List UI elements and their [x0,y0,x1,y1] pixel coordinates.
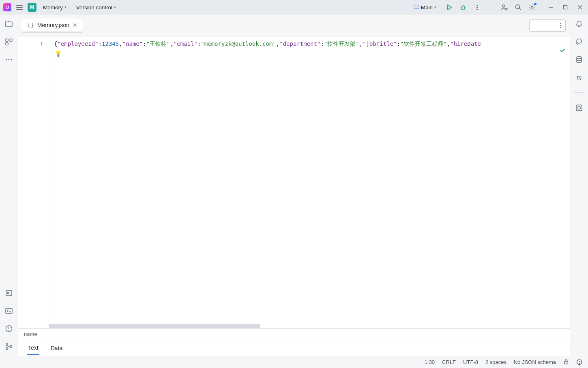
svg-rect-18 [10,39,12,41]
kebab-icon [560,23,561,28]
project-name-label: Memory [43,4,63,11]
breadcrumb-item[interactable]: name [24,331,37,337]
inspection-status-icon[interactable] [576,359,582,365]
line-number: 1 [18,41,43,47]
top-toolbar: IJ M Memory ▾ Version control ▾ Main ▾ [0,0,588,15]
svg-point-37 [579,363,580,364]
intention-bulb-icon[interactable]: 💡 [55,50,62,57]
svg-point-29 [6,348,8,349]
code-coverage-tool-icon[interactable] [575,103,584,112]
svg-rect-17 [6,39,8,41]
maven-tool-icon[interactable]: m [575,73,584,82]
svg-rect-19 [6,43,8,45]
project-menu[interactable]: Memory ▾ [40,3,70,12]
left-tool-sidebar [0,15,18,356]
right-tool-sidebar: m [570,15,588,356]
code-editor[interactable]: 1 {"employeeId":12345,"name":"王铁柱","emai… [18,36,570,328]
run-config-label: Main [421,4,433,11]
svg-point-10 [516,5,520,9]
caret-position[interactable]: 1:30 [425,359,435,365]
more-actions-button[interactable] [473,3,481,11]
editor-tabs-bar: {} Memory.json ✕ [18,15,570,36]
svg-line-6 [465,9,466,10]
collaborate-icon[interactable] [500,3,509,11]
svg-line-5 [461,9,461,10]
status-bar: 1:30 CRLF UTF-8 2 spaces No JSON schema [0,356,588,368]
json-schema-status[interactable]: No JSON schema [514,359,556,365]
svg-point-7 [502,5,505,7]
svg-rect-33 [578,107,580,109]
close-button[interactable] [575,2,585,12]
vcs-menu[interactable]: Version control ▾ [73,3,119,12]
tab-text[interactable]: Text [27,341,39,355]
debug-button[interactable] [459,3,467,11]
vcs-menu-label: Version control [76,4,112,11]
search-button[interactable] [514,3,522,11]
editor-tab[interactable]: {} Memory.json ✕ [22,19,82,32]
more-tools-icon[interactable] [4,55,13,64]
file-encoding[interactable]: UTF-8 [463,359,478,365]
chevron-down-icon: ▾ [114,5,116,9]
svg-point-28 [6,344,8,345]
sidebar-divider [574,92,584,93]
svg-rect-14 [564,6,567,9]
maximize-button[interactable] [560,2,570,12]
svg-point-20 [6,59,7,60]
run-configuration-selector[interactable]: Main ▾ [410,3,440,12]
ai-assistant-tool-icon[interactable] [575,37,584,46]
line-separator[interactable]: CRLF [442,359,456,365]
problems-tool-icon[interactable] [4,324,13,333]
project-tool-icon[interactable] [4,19,13,28]
tab-filename-label: Memory.json [37,22,69,28]
main-menu-button[interactable] [15,3,24,11]
json-file-icon: {} [27,22,34,28]
svg-point-27 [9,330,9,331]
editor-bottom-tabs: Text Data [18,340,570,356]
ide-logo-icon: IJ [3,3,11,11]
svg-rect-23 [6,308,12,313]
svg-point-12 [531,6,533,9]
svg-point-1 [461,6,465,9]
minimize-button[interactable] [546,2,556,12]
structure-tool-icon[interactable] [4,37,13,46]
editor-column: {} Memory.json ✕ 1 {"employeeId":12345,"… [18,15,570,356]
line-gutter: 1 [18,36,49,328]
reader-mode-dropdown[interactable] [529,19,566,32]
tab-data[interactable]: Data [50,342,64,355]
project-badge: M [28,3,36,12]
main-area: {} Memory.json ✕ 1 {"employeeId":12345,"… [0,15,588,356]
code-content[interactable]: {"employeeId":12345,"name":"王铁柱","email"… [49,36,570,328]
vcs-tool-icon[interactable] [4,342,13,351]
svg-rect-0 [414,5,419,9]
chevron-down-icon: ▾ [434,5,436,9]
svg-point-30 [10,346,12,347]
settings-button[interactable] [528,3,536,11]
svg-line-11 [519,9,521,11]
readonly-lock-icon[interactable] [563,359,569,365]
indent-settings[interactable]: 2 spaces [485,359,506,365]
notifications-tool-icon[interactable] [575,19,584,28]
run-config-icon [414,4,419,11]
svg-rect-34 [564,362,568,364]
run-button[interactable] [445,3,453,11]
horizontal-scrollbar-thumb[interactable] [49,324,260,328]
database-tool-icon[interactable] [575,55,584,64]
svg-point-31 [577,57,582,59]
svg-point-22 [11,59,12,60]
chevron-down-icon: ▾ [64,5,67,9]
terminal-tool-icon[interactable] [4,306,13,315]
inspection-ok-icon[interactable] [525,41,566,61]
svg-point-21 [9,59,10,60]
close-tab-icon[interactable]: ✕ [73,22,77,28]
services-tool-icon[interactable] [4,289,13,297]
svg-rect-32 [576,105,582,111]
breadcrumb-bar[interactable]: name [18,328,570,340]
